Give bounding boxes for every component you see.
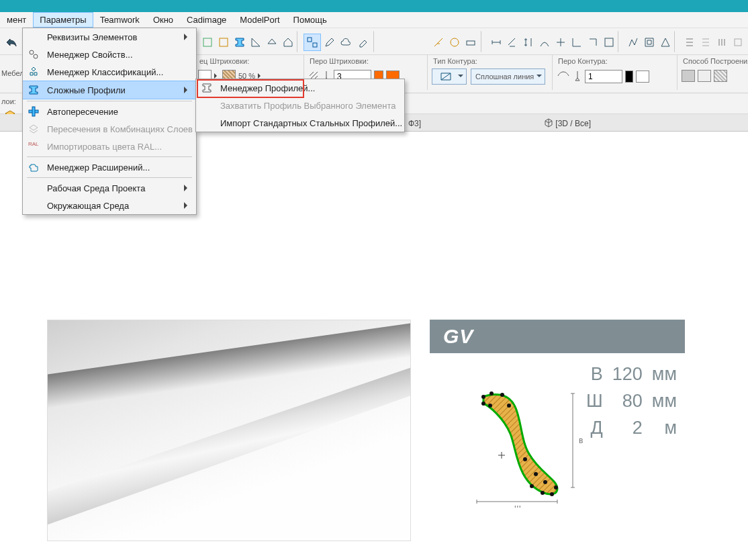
menu-auto-intersection[interactable]: Автопересечение bbox=[23, 103, 196, 120]
menu-separator bbox=[27, 156, 192, 157]
angle-icon[interactable] bbox=[247, 34, 265, 51]
menu-layer-intersections: Пересечения в Комбинациях Слоев bbox=[23, 120, 196, 138]
contour-icon bbox=[557, 71, 570, 83]
properties-icon bbox=[28, 49, 39, 60]
menu-separator bbox=[27, 101, 192, 101]
contour-type-combo[interactable]: Сплошная линия bbox=[471, 68, 545, 85]
para-a-icon[interactable] bbox=[681, 34, 698, 51]
menu-complex-profiles[interactable]: Сложные Профили bbox=[23, 81, 196, 99]
gv-panel: GV В120мм Ш80мм Д2м в ш bbox=[430, 320, 685, 353]
hatch-pen-label: Перо Штриховки: bbox=[310, 57, 369, 65]
dim-b-icon[interactable] bbox=[504, 34, 521, 51]
menu-window[interactable]: Окно bbox=[146, 12, 180, 28]
svg-point-9 bbox=[34, 54, 38, 58]
dim-f-icon[interactable] bbox=[568, 34, 586, 51]
menu-teamwork[interactable]: Teamwork bbox=[93, 12, 146, 28]
build-mode-a[interactable] bbox=[682, 70, 695, 82]
svg-rect-11 bbox=[32, 107, 35, 116]
edit-icon[interactable] bbox=[321, 34, 338, 51]
svg-point-8 bbox=[30, 50, 34, 54]
poly-a-icon[interactable] bbox=[624, 34, 642, 51]
dim-h-icon[interactable] bbox=[600, 34, 618, 51]
dim-e-icon[interactable] bbox=[552, 34, 569, 51]
ibeam-icon[interactable] bbox=[231, 34, 248, 51]
tool-a-icon[interactable] bbox=[199, 34, 216, 51]
compass-icon[interactable] bbox=[446, 34, 463, 51]
menu-help[interactable]: Помощь bbox=[287, 12, 334, 28]
ibeam-icon bbox=[28, 85, 39, 95]
poly-c-icon[interactable] bbox=[657, 34, 674, 51]
dim-c-icon[interactable] bbox=[520, 34, 537, 51]
contour-pen-label: Перо Контура: bbox=[558, 57, 608, 65]
contour-style-button[interactable] bbox=[432, 68, 467, 85]
contour-pen-swatch[interactable] bbox=[636, 71, 649, 83]
svg-rect-1 bbox=[220, 38, 228, 46]
dropdown-arrow-icon[interactable] bbox=[258, 73, 263, 79]
tab-f3[interactable]: Ф3] bbox=[402, 117, 428, 130]
menu-parameters[interactable]: Параметры bbox=[33, 12, 93, 28]
separator bbox=[618, 31, 619, 52]
build-method-label: Способ Построения: bbox=[683, 57, 748, 65]
menu-classification-manager[interactable]: Менеджер Классификаций... bbox=[23, 63, 196, 81]
svg-point-23 bbox=[534, 472, 538, 476]
home-icon[interactable] bbox=[279, 34, 297, 51]
hatch-sample-label: ец Штриховки: bbox=[199, 57, 249, 65]
tab-3d-all-label: [3D / Все] bbox=[555, 119, 591, 128]
separator bbox=[674, 31, 675, 52]
tool-b-icon[interactable] bbox=[215, 34, 232, 51]
menu-addon-manager[interactable]: Менеджер Расширений... bbox=[23, 158, 196, 176]
dropdown-arrow-icon[interactable] bbox=[214, 73, 220, 79]
svg-text:ш: ш bbox=[514, 503, 521, 508]
undo-icon[interactable] bbox=[3, 34, 20, 51]
illustration-area: GV В120мм Ш80мм Д2м в ш bbox=[0, 320, 748, 560]
eraser-icon[interactable] bbox=[355, 34, 372, 51]
menu-element-attrs[interactable]: Реквизиты Элементов bbox=[23, 28, 196, 46]
dim-a-icon[interactable] bbox=[487, 34, 505, 51]
svg-point-4 bbox=[451, 38, 459, 46]
menu-separator bbox=[27, 177, 192, 178]
svg-point-17 bbox=[489, 391, 494, 395]
layers-icon bbox=[28, 124, 39, 134]
menu-environment[interactable]: Окружающая Среда bbox=[23, 197, 196, 214]
title-bar bbox=[0, 0, 748, 12]
pen-icon bbox=[573, 71, 582, 83]
menu-modelport[interactable]: ModelPort bbox=[233, 12, 286, 28]
menu-import-ral: RAL Импортировать цвета RAL... bbox=[23, 138, 196, 155]
dim-g-icon[interactable] bbox=[584, 34, 602, 51]
measure-icon[interactable] bbox=[430, 34, 447, 51]
gv-title: GV bbox=[430, 320, 685, 353]
contour-pen-color[interactable] bbox=[625, 71, 633, 83]
menu-work-environment[interactable]: Рабочая Среда Проекта bbox=[23, 179, 196, 197]
complex-profiles-submenu: Менеджер Профилей... Захватить Профиль В… bbox=[195, 79, 405, 132]
contour-pen-input[interactable] bbox=[585, 70, 622, 83]
suspend-groups-icon[interactable] bbox=[303, 34, 321, 51]
para-b-icon[interactable] bbox=[697, 34, 714, 51]
cloud-icon[interactable] bbox=[337, 34, 355, 51]
svg-point-20 bbox=[481, 402, 485, 406]
build-mode-c[interactable] bbox=[714, 70, 727, 82]
contour-type-value: Сплошная линия bbox=[475, 73, 534, 81]
build-mode-b[interactable] bbox=[698, 70, 711, 82]
build-method-group: Способ Построения: bbox=[677, 55, 748, 90]
menu-element[interactable]: мент bbox=[0, 12, 33, 28]
ral-icon: RAL bbox=[28, 141, 39, 152]
dim-d-icon[interactable] bbox=[536, 34, 553, 51]
classification-icon bbox=[28, 66, 39, 77]
poly-b-icon[interactable] bbox=[641, 34, 658, 51]
separator bbox=[481, 31, 482, 52]
menu-import-steel-profiles[interactable]: Импорт Стандартных Стальных Профилей... bbox=[196, 114, 404, 132]
para-c-icon[interactable] bbox=[713, 34, 731, 51]
furniture-label: Мебел bbox=[1, 69, 24, 77]
menu-profile-manager[interactable]: Менеджер Профилей... bbox=[196, 79, 404, 97]
contour-type-group: Тип Контура: Сплошная линия bbox=[427, 55, 559, 90]
svg-rect-0 bbox=[203, 38, 212, 46]
svg-point-28 bbox=[530, 484, 534, 488]
menu-property-manager[interactable]: Менеджер Свойств... bbox=[23, 46, 196, 63]
menu-cadimage[interactable]: Cadimage bbox=[180, 12, 233, 28]
wall-icon[interactable] bbox=[462, 34, 479, 51]
para-d-icon[interactable] bbox=[729, 34, 747, 51]
svg-point-19 bbox=[507, 404, 511, 408]
roof-icon[interactable] bbox=[263, 34, 281, 51]
tab-3d-all[interactable]: [3D / Все] bbox=[537, 117, 598, 130]
ibeam-icon bbox=[201, 83, 212, 93]
